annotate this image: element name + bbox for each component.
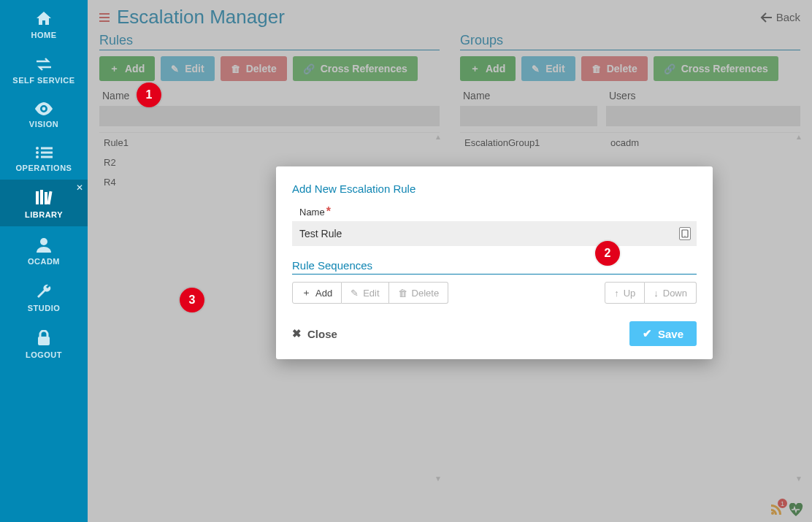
required-indicator: *	[326, 205, 331, 218]
modal-footer: ✖Close ✔Save	[292, 321, 697, 346]
nav-vision[interactable]: VISION	[0, 92, 88, 136]
arrow-down-icon: ↓	[654, 288, 659, 299]
seq-add-button[interactable]: ＋Add	[292, 282, 342, 304]
seq-right-group: ↑Up ↓Down	[605, 282, 697, 304]
check-icon: ✔	[643, 327, 652, 340]
callout-1: 1	[137, 82, 161, 107]
svg-point-5	[36, 156, 39, 158]
btn-label: Add	[315, 288, 332, 299]
nav-label: VISION	[29, 120, 58, 128]
svg-rect-9	[45, 192, 47, 204]
nav-library[interactable]: ✕ LIBRARY	[0, 180, 88, 226]
btn-label: Down	[663, 288, 687, 299]
callout-2: 2	[595, 241, 620, 266]
plus-icon: ＋	[302, 286, 311, 299]
svg-point-1	[36, 147, 39, 150]
svg-rect-6	[41, 156, 53, 158]
close-button[interactable]: ✖Close	[292, 327, 337, 340]
svg-rect-12	[38, 337, 50, 345]
svg-point-0	[42, 107, 46, 111]
main: Escalation Manager Back Rules ＋Add ✎Edit	[88, 0, 812, 522]
seq-left-group: ＋Add ✎Edit 🗑Delete	[292, 282, 448, 304]
add-rule-modal: Add New Escalation Rule Name* Rule Seque…	[276, 166, 713, 359]
svg-rect-8	[40, 190, 43, 204]
seq-edit-button[interactable]: ✎Edit	[342, 282, 388, 304]
svg-rect-4	[41, 152, 53, 154]
nav-label: OPERATIONS	[16, 164, 72, 172]
btn-label: Close	[307, 328, 337, 340]
eye-icon	[34, 102, 53, 115]
trash-icon: 🗑	[398, 288, 407, 299]
modal-title: Add New Escalation Rule	[292, 183, 697, 195]
sequence-toolbar: ＋Add ✎Edit 🗑Delete ↑Up ↓Down	[292, 282, 697, 304]
home-icon	[35, 10, 53, 26]
callout-3: 3	[180, 288, 204, 312]
arrow-up-icon: ↑	[614, 288, 619, 299]
nav-studio[interactable]: STUDIO	[0, 273, 88, 320]
swap-icon	[34, 57, 53, 72]
nav-label: SELF SERVICE	[12, 76, 74, 85]
btn-label: Delete	[412, 288, 440, 299]
nav-self-service[interactable]: SELF SERVICE	[0, 47, 88, 92]
btn-label: Save	[658, 328, 683, 340]
svg-rect-10	[47, 191, 52, 204]
nav-label: HOME	[31, 31, 57, 39]
nav-label: STUDIO	[28, 304, 61, 312]
close-icon[interactable]: ✕	[76, 183, 83, 193]
seq-delete-button[interactable]: 🗑Delete	[389, 282, 449, 304]
save-button[interactable]: ✔Save	[629, 321, 697, 346]
svg-rect-2	[41, 147, 53, 150]
rule-sequences-title: Rule Sequences	[292, 259, 697, 275]
svg-point-11	[40, 238, 47, 245]
btn-label: Up	[624, 288, 636, 299]
close-icon: ✖	[292, 327, 302, 340]
seq-up-button[interactable]: ↑Up	[605, 282, 645, 304]
user-icon	[36, 237, 52, 253]
nav-label: LIBRARY	[25, 210, 63, 219]
svg-rect-7	[36, 191, 39, 204]
nav-label: OCADM	[28, 257, 60, 266]
name-label: Name	[299, 207, 325, 218]
seq-down-button[interactable]: ↓Down	[645, 282, 697, 304]
sidebar: HOME SELF SERVICE VISION OPERATIONS ✕	[0, 0, 88, 522]
nav-logout[interactable]: LOGOUT	[0, 320, 88, 366]
library-icon	[35, 190, 53, 206]
rule-name-input[interactable]	[292, 221, 697, 246]
nav-label: LOGOUT	[26, 350, 62, 359]
nav-user[interactable]: OCADM	[0, 226, 88, 273]
nav-home[interactable]: HOME	[0, 0, 88, 47]
list-icon	[35, 146, 53, 159]
input-suggestion-icon[interactable]	[679, 227, 691, 240]
btn-label: Edit	[363, 288, 379, 299]
nav-operations[interactable]: OPERATIONS	[0, 136, 88, 180]
lock-icon	[37, 330, 51, 346]
pencil-icon: ✎	[351, 288, 359, 299]
name-field-row	[292, 221, 697, 246]
app-root: HOME SELF SERVICE VISION OPERATIONS ✕	[0, 0, 812, 522]
wrench-icon	[36, 283, 52, 299]
svg-point-3	[36, 151, 39, 154]
